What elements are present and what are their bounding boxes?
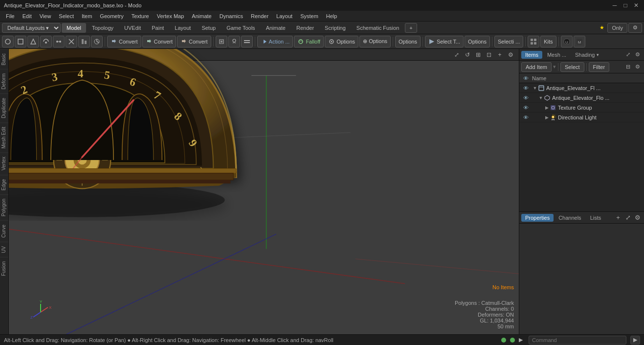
menu-vertex-map[interactable]: Vertex Map: [153, 12, 188, 20]
tab-game-tools[interactable]: Game Tools: [222, 23, 260, 33]
tb-btn-2[interactable]: [15, 36, 26, 47]
select-t-button[interactable]: Select T...: [425, 36, 464, 47]
selecti-button[interactable]: Selecti ...: [494, 36, 523, 47]
menu-select[interactable]: Select: [55, 12, 78, 20]
convert-button-3[interactable]: Convert: [177, 36, 211, 47]
menu-texture[interactable]: Texture: [128, 12, 153, 20]
options-button-2[interactable]: ⊕ Options: [359, 36, 391, 47]
eye-icon-4[interactable]: 👁: [521, 113, 530, 122]
menu-dynamics[interactable]: Dynamics: [216, 12, 247, 20]
falloff-button[interactable]: Falloff: [294, 36, 324, 47]
tb-btn-5[interactable]: [53, 36, 65, 47]
options-button-3[interactable]: Options: [395, 36, 421, 47]
menu-help[interactable]: Help: [322, 12, 341, 20]
tab-mesh[interactable]: Mesh ...: [543, 51, 570, 59]
tb-btn-7[interactable]: [78, 36, 90, 47]
tab-topology[interactable]: Topology: [87, 23, 118, 33]
rb-tab-channels[interactable]: Channels: [555, 214, 585, 222]
convert-button-1[interactable]: Convert: [107, 36, 141, 47]
tab-schematic-fusion[interactable]: Schematic Fusion: [352, 23, 404, 33]
add-item-button[interactable]: Add Item: [521, 62, 552, 72]
viewport-ctrl-4[interactable]: ⊡: [485, 50, 493, 59]
sidebar-tab-fusion[interactable]: Fusion: [0, 257, 8, 280]
layout-select[interactable]: Default Layouts ▾: [2, 23, 61, 33]
expand-icon-4[interactable]: ▶: [544, 115, 550, 120]
eye-icon-3[interactable]: 👁: [521, 103, 530, 112]
menu-file[interactable]: File: [2, 12, 19, 20]
viewport-ctrl-1[interactable]: ⤢: [452, 50, 461, 59]
tab-render[interactable]: Render: [291, 23, 319, 33]
minimize-button[interactable]: ─: [611, 1, 619, 9]
kits-button[interactable]: Kits: [540, 36, 556, 47]
sidebar-tab-curve[interactable]: Curve: [0, 220, 8, 242]
tb-btn-11[interactable]: [241, 36, 253, 47]
rb-tab-lists[interactable]: Lists: [586, 214, 605, 222]
rb-settings-button[interactable]: ⚙: [633, 213, 642, 222]
expand-icon-2[interactable]: ▼: [538, 95, 544, 101]
item-list-settings[interactable]: ⚙: [633, 63, 642, 71]
rb-expand-button[interactable]: ⤢: [623, 213, 632, 222]
sidebar-tab-polygon[interactable]: Polygon: [0, 194, 8, 220]
tb-btn-10[interactable]: [228, 36, 240, 47]
only-button[interactable]: Only: [607, 23, 627, 33]
command-input[interactable]: [529, 336, 626, 345]
menu-edit[interactable]: Edit: [19, 12, 36, 20]
menu-view[interactable]: View: [36, 12, 55, 20]
select-button[interactable]: Select: [560, 62, 584, 72]
filter-button[interactable]: Filter: [589, 62, 609, 72]
command-submit-button[interactable]: ▶: [630, 336, 640, 345]
tab-paint[interactable]: Paint: [147, 23, 169, 33]
sidebar-tab-mesh-edit[interactable]: Mesh Edit: [0, 122, 8, 152]
list-item-texture[interactable]: 👁 ▶ Texture Group: [519, 103, 644, 113]
menu-system[interactable]: System: [296, 12, 322, 20]
tb-btn-1[interactable]: [2, 36, 14, 47]
sidebar-tab-basic[interactable]: Basic: [0, 49, 8, 69]
list-item-scene[interactable]: 👁 ▼ Antique_Elevator_Fl ...: [519, 83, 644, 93]
rb-tab-properties[interactable]: Properties: [521, 214, 554, 222]
tb-btn-6[interactable]: [66, 36, 77, 47]
expand-icon-3[interactable]: ▶: [544, 105, 550, 111]
tab-layout[interactable]: Layout: [170, 23, 196, 33]
rb-add-button[interactable]: +: [614, 213, 622, 222]
menu-geometry[interactable]: Geometry: [96, 12, 127, 20]
right-panel-settings[interactable]: ⚙: [633, 50, 642, 59]
right-panel-expand[interactable]: ⤢: [623, 50, 632, 59]
sidebar-tab-duplicate[interactable]: Duplicate: [0, 93, 8, 122]
maximize-button[interactable]: □: [622, 1, 629, 9]
tab-uvedit[interactable]: UVEdit: [119, 23, 146, 33]
tb-btn-3[interactable]: [27, 36, 39, 47]
modo-icon[interactable]: M: [574, 36, 585, 47]
item-list-expand[interactable]: ⊟: [623, 63, 632, 71]
sidebar-tab-edge[interactable]: Edge: [0, 175, 8, 194]
viewport-ctrl-5[interactable]: +: [495, 50, 504, 59]
menu-animate[interactable]: Animate: [188, 12, 215, 20]
tab-scripting[interactable]: Scripting: [320, 23, 351, 33]
expand-icon-1[interactable]: ▼: [532, 85, 538, 91]
tab-items[interactable]: Items: [521, 51, 542, 59]
action-button[interactable]: Action ...: [257, 36, 293, 47]
sidebar-tab-uv[interactable]: UV: [0, 242, 8, 257]
options-button-1[interactable]: Options: [325, 36, 358, 47]
tab-setup[interactable]: Setup: [197, 23, 221, 33]
viewport-ctrl-3[interactable]: ⊞: [474, 50, 483, 59]
settings-button[interactable]: ⚙: [628, 23, 642, 33]
unreal-icon[interactable]: U: [561, 36, 573, 47]
menu-render[interactable]: Render: [247, 12, 272, 20]
convert-button-2[interactable]: Convert: [142, 36, 177, 47]
menu-item[interactable]: Item: [78, 12, 96, 20]
tb-btn-8[interactable]: [91, 36, 103, 47]
eye-icon-1[interactable]: 👁: [521, 84, 530, 92]
sidebar-tab-vertex[interactable]: Vertex: [0, 152, 8, 174]
options-button-4[interactable]: Options: [465, 36, 490, 47]
eye-icon-2[interactable]: 👁: [521, 93, 530, 102]
menu-layout[interactable]: Layout: [272, 12, 296, 20]
viewport-ctrl-6[interactable]: ⚙: [506, 50, 515, 59]
viewport[interactable]: Perspective Advanced Viewport Textures ⤢…: [9, 49, 519, 334]
tab-model[interactable]: Model: [62, 23, 86, 33]
list-item-mesh[interactable]: 👁 ▼ Antique_Elevator_Flo ...: [519, 93, 644, 103]
tb-kits-icon[interactable]: [528, 36, 539, 47]
viewport-ctrl-2[interactable]: ↺: [463, 50, 472, 59]
tab-animate[interactable]: Animate: [261, 23, 290, 33]
tb-btn-4[interactable]: [40, 36, 52, 47]
tb-btn-9[interactable]: [216, 36, 227, 47]
